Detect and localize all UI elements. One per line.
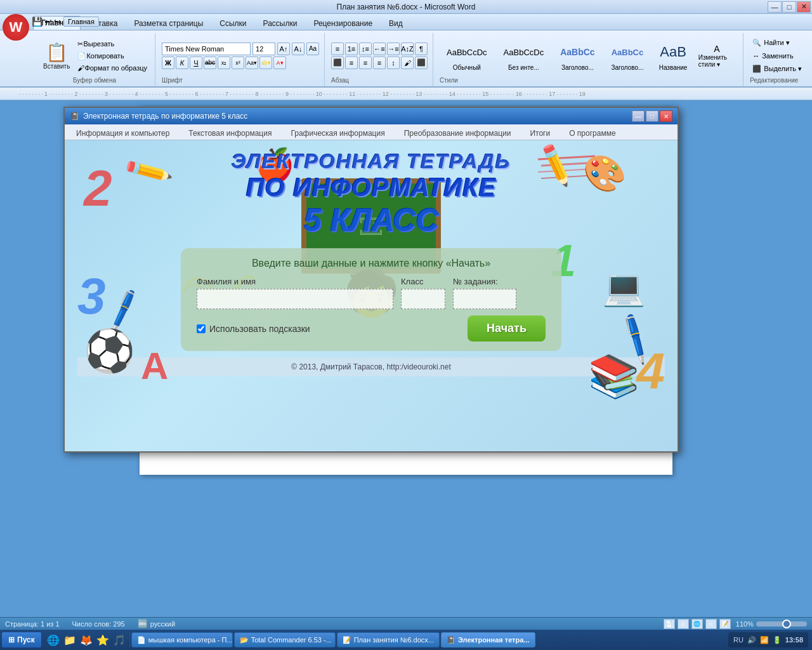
ruler: · · · · · · · · 1 · · · · · · · · 2 · · … — [0, 88, 812, 100]
change-styles-button[interactable]: А Изменить стили ▾ — [696, 41, 738, 70]
tab-mailings[interactable]: Рассылки — [256, 17, 305, 30]
close-button[interactable]: ✕ — [797, 1, 811, 13]
decrease-indent-button[interactable]: ←≡ — [373, 43, 386, 55]
status-bar: Страница: 1 из 1 Число слов: 295 🔤 русск… — [0, 617, 812, 630]
lang-indicator[interactable]: RU — [733, 636, 743, 644]
font-name-selector[interactable]: Times New Roman — [162, 43, 251, 55]
quicklaunch-app2[interactable]: 🎵 — [112, 632, 127, 647]
quicklaunch-app1[interactable]: ⭐ — [95, 632, 110, 647]
taskbar-item-notebook[interactable]: 📓Электронная тетра... — [441, 632, 535, 647]
paste-button[interactable]: 📋 Вставить — [39, 39, 74, 72]
bullets-button[interactable]: ≡ — [331, 43, 344, 55]
paragraph-group: ≡ 1≡ ↕≡ ←≡ →≡ A↕Z ¶ ⬛ ≡ ≡ ≡ ↕ 🖌 ⬛ Абзац — [326, 33, 433, 86]
font-color-button[interactable]: A▾ — [273, 56, 286, 69]
grow-font-button[interactable]: A↑ — [277, 43, 290, 55]
taskbar: ⊞Пуск 🌐 📁 🦊 ⭐ 🎵 📄мышкая компьютера - П..… — [0, 630, 812, 650]
start-button[interactable]: Начать — [468, 315, 546, 342]
taskbar-item-mouse[interactable]: 📄мышкая компьютера - П... — [131, 632, 233, 647]
floating-window-title: Электронная тетрадь по информатике 5 кла… — [83, 112, 247, 121]
task-input[interactable] — [453, 289, 516, 309]
underline-button[interactable]: Ч — [190, 56, 202, 69]
taskbar-item-commander[interactable]: 📂Total Commander 6.53 -... — [234, 632, 336, 647]
italic-button[interactable]: К — [176, 56, 188, 69]
format-painter-button[interactable]: 🖌Формат по образцу — [75, 63, 150, 73]
copy-button[interactable]: 📄Копировать — [75, 51, 150, 62]
quicklaunch-ie[interactable]: 🌐 — [46, 632, 61, 647]
styles-group: AaBbCcDc Обычный AaBbCcDc Без инте... Aa… — [435, 33, 743, 86]
view-fullscreen-btn[interactable]: ⊞ — [678, 619, 689, 629]
find-button[interactable]: 🔍Найти ▾ — [750, 37, 804, 48]
tab-page-layout[interactable]: Разметка страницы — [126, 17, 211, 30]
registration-form: Введите ваши данные и нажмите кнопку «На… — [181, 248, 561, 351]
float-minimize-button[interactable]: — — [632, 110, 645, 122]
style-no-spacing[interactable]: AaBbCcDc Без инте... — [497, 37, 551, 74]
view-web-btn[interactable]: 🌐 — [691, 619, 703, 629]
nav-tab-results[interactable]: Итоги — [523, 127, 556, 140]
multilevel-button[interactable]: ↕≡ — [359, 43, 372, 55]
sort-button[interactable]: A↕Z — [401, 43, 414, 55]
view-outline-btn[interactable]: ≡ — [705, 619, 717, 629]
increase-indent-button[interactable]: →≡ — [387, 43, 400, 55]
nav-tab-about[interactable]: О программе — [563, 127, 622, 140]
font-size-selector[interactable]: 12 — [252, 43, 275, 55]
word-count: Число слов: 295 — [72, 620, 125, 628]
float-close-button[interactable]: ✕ — [660, 110, 672, 122]
ribbon-tabs: Главная Вставка Разметка страницы Ссылки… — [0, 14, 812, 30]
name-input[interactable] — [197, 289, 393, 309]
hints-checkbox[interactable] — [197, 324, 206, 333]
shading-button[interactable]: 🖌 — [401, 56, 414, 69]
office-button[interactable]: W — [3, 14, 29, 41]
nav-tab-text[interactable]: Текстовая информация — [182, 127, 278, 140]
subscript-button[interactable]: x₂ — [218, 56, 230, 69]
maximize-button[interactable]: □ — [782, 1, 796, 13]
zoom-level: 110% — [736, 620, 754, 628]
style-heading2[interactable]: AaBbCc Заголово... — [605, 37, 651, 74]
float-maximize-button[interactable]: □ — [646, 110, 658, 122]
class-input[interactable] — [401, 289, 445, 309]
bold-button[interactable]: Ж — [162, 56, 174, 69]
quicklaunch-files[interactable]: 📁 — [62, 632, 77, 647]
shrink-font-button[interactable]: A↓ — [292, 43, 304, 55]
strikethrough-button[interactable]: abc — [204, 56, 216, 69]
hints-checkbox-label[interactable]: Использовать подсказки — [197, 324, 310, 334]
borders-button[interactable]: ⬛ — [415, 56, 428, 69]
align-center-button[interactable]: ≡ — [345, 56, 358, 69]
style-heading1[interactable]: AaBbCc Заголово... — [553, 37, 601, 74]
align-left-button[interactable]: ⬛ — [331, 56, 344, 69]
tab-review[interactable]: Рецензирование — [306, 17, 380, 30]
cut-button[interactable]: ✂Вырезать — [75, 39, 150, 50]
tab-references[interactable]: Ссылки — [212, 17, 254, 30]
redo-quick-btn[interactable]: ↪ — [54, 17, 62, 27]
save-quick-btn[interactable]: 💾 — [32, 17, 43, 27]
minimize-button[interactable]: — — [768, 1, 782, 13]
start-button[interactable]: ⊞Пуск — [1, 632, 42, 648]
align-right-button[interactable]: ≡ — [359, 56, 372, 69]
taskbar-item-word[interactable]: 📝План занятия №6.docx... — [337, 632, 440, 647]
format-dropdown[interactable]: Главная — [63, 17, 99, 27]
zoom-control[interactable]: 110% — [736, 620, 807, 628]
style-normal[interactable]: AaBbCcDc Обычный — [440, 37, 494, 74]
tab-view[interactable]: Вид — [381, 17, 410, 30]
justify-button[interactable]: ≡ — [373, 56, 386, 69]
view-print-btn[interactable]: 📄 — [664, 619, 675, 629]
nav-tab-convert[interactable]: Преобразование информации — [398, 127, 518, 140]
style-title[interactable]: AaB Название — [653, 37, 693, 74]
replace-button[interactable]: ↔Заменить — [750, 51, 804, 61]
view-draft-btn[interactable]: 📝 — [719, 619, 731, 629]
document-area: · · · · · · · · 1 · · · · · · · · 2 · · … — [0, 88, 812, 617]
nav-tab-graphic[interactable]: Графическая информация — [284, 127, 391, 140]
undo-quick-btn[interactable]: ↩ — [44, 17, 52, 27]
show-marks-button[interactable]: ¶ — [415, 43, 428, 55]
highlight-button[interactable]: ab▾ — [259, 56, 272, 69]
nav-tab-info[interactable]: Информация и компьютер — [70, 127, 176, 140]
clear-format-button[interactable]: Aa — [306, 43, 319, 55]
font-case-button[interactable]: Aa▾ — [246, 56, 258, 69]
system-tray: RU 🔊 📶 🔋 13:58 — [728, 632, 811, 647]
superscript-button[interactable]: x² — [232, 56, 244, 69]
line-spacing-button[interactable]: ↕ — [387, 56, 400, 69]
class-label: Класс — [401, 277, 445, 286]
quicklaunch-firefox[interactable]: 🦊 — [79, 632, 94, 647]
clipboard-group-label: Буфер обмена — [73, 77, 116, 85]
numbering-button[interactable]: 1≡ — [345, 43, 358, 55]
select-button[interactable]: ⬛Выделить ▾ — [750, 63, 804, 74]
